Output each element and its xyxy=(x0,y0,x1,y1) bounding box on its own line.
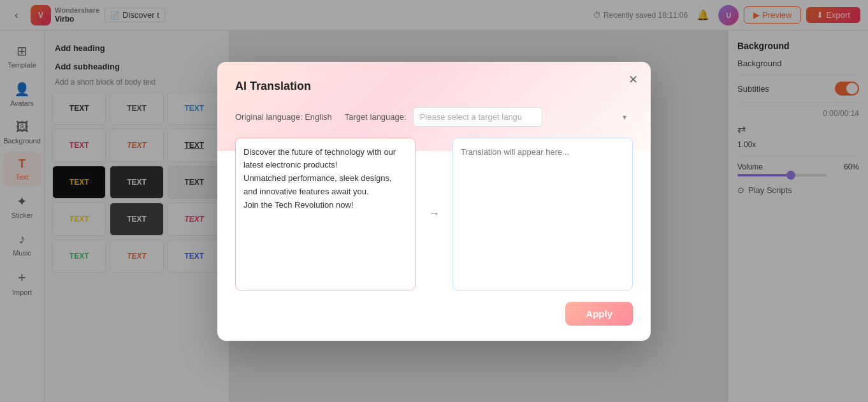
ai-translation-modal: ✕ AI Translation Original language: Engl… xyxy=(217,62,651,341)
apply-button[interactable]: Apply xyxy=(565,302,633,326)
original-lang-label: Original language: English xyxy=(235,106,332,129)
modal-title: AI Translation xyxy=(235,80,633,93)
arrow-divider: → xyxy=(424,138,444,291)
source-text-area[interactable] xyxy=(235,138,416,291)
modal-footer: Apply xyxy=(235,302,633,326)
target-lang-select[interactable]: Please select a target langu xyxy=(413,107,542,127)
modal-overlay: ✕ AI Translation Original language: Engl… xyxy=(0,0,868,402)
textareas-row: → xyxy=(235,138,633,291)
target-lang-select-wrapper: Please select a target langu xyxy=(413,107,633,127)
translated-text-area[interactable] xyxy=(452,138,633,291)
target-lang-label: Target language: xyxy=(345,112,407,122)
modal-body: Original language: English Target langua… xyxy=(235,106,633,291)
